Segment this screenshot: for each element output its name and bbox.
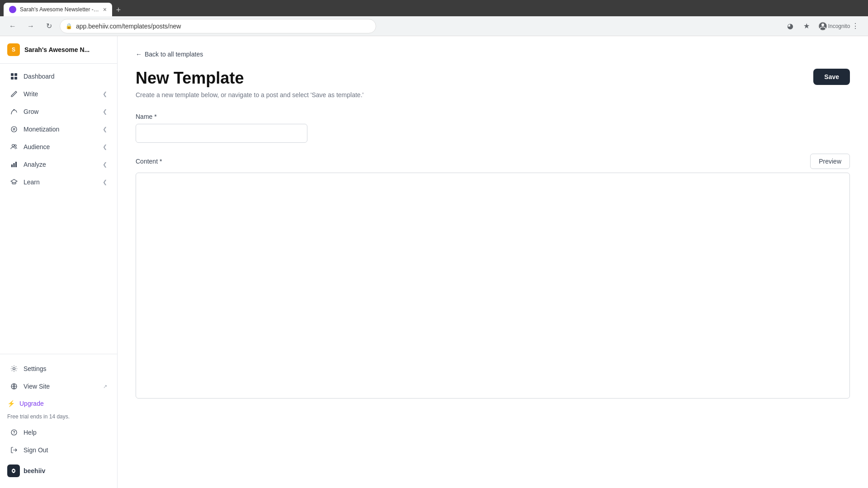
name-label: Name *: [136, 113, 850, 120]
url-text: app.beehiiv.com/templates/posts/new: [76, 23, 181, 30]
site-name: Sarah's Awesome N...: [24, 46, 90, 53]
main-content: ← Back to all templates New Template Cre…: [118, 36, 868, 488]
sidebar-item-label-monetization: Monetization: [24, 126, 97, 133]
page-subtitle: Create a new template below, or navigate…: [136, 91, 363, 99]
sidebar-item-label-grow: Grow: [24, 108, 97, 115]
write-icon: [10, 90, 18, 98]
external-link-icon: ↗: [103, 384, 107, 389]
analyze-icon: [10, 160, 18, 169]
svg-point-8: [12, 145, 14, 147]
svg-rect-2: [11, 73, 14, 76]
sidebar-item-label-signout: Sign Out: [24, 446, 107, 454]
sidebar-bottom: Settings View Site ↗ ⚡ Upgrade Free tria…: [0, 354, 117, 488]
address-bar[interactable]: 🔒 app.beehiiv.com/templates/posts/new: [60, 19, 376, 33]
svg-point-16: [14, 433, 14, 434]
sidebar: S Sarah's Awesome N... Dashboard Write ❮: [0, 36, 118, 488]
audience-icon: [10, 143, 18, 151]
upgrade-label: ⚡ Upgrade: [7, 400, 110, 407]
name-section: Name *: [136, 113, 850, 143]
app-container: S Sarah's Awesome N... Dashboard Write ❮: [0, 36, 868, 488]
menu-button[interactable]: ⋮: [848, 19, 863, 33]
tab-close-button[interactable]: ×: [103, 6, 107, 13]
svg-point-1: [821, 23, 824, 26]
back-link[interactable]: ← Back to all templates: [136, 51, 850, 58]
learn-icon: [10, 178, 18, 186]
lock-icon: 🔒: [66, 23, 72, 29]
svg-rect-5: [14, 77, 17, 80]
name-required-star: *: [154, 113, 156, 120]
forward-nav-button[interactable]: →: [24, 19, 38, 33]
signout-icon: [10, 446, 18, 454]
sidebar-header: S Sarah's Awesome N...: [0, 36, 117, 64]
svg-rect-4: [11, 77, 14, 80]
svg-point-6: [14, 109, 15, 111]
help-icon: [10, 428, 18, 436]
settings-icon: [10, 365, 18, 373]
sidebar-item-label-dashboard: Dashboard: [24, 73, 107, 80]
monetization-chevron-icon: ❮: [103, 126, 107, 132]
sidebar-item-help[interactable]: Help: [3, 424, 114, 441]
svg-point-13: [13, 368, 15, 370]
tab-title: Sarah's Awesome Newsletter - b...: [20, 6, 99, 13]
browser-tab[interactable]: Sarah's Awesome Newsletter - b... ×: [4, 3, 112, 16]
sidebar-item-write[interactable]: Write ❮: [3, 85, 114, 103]
content-required-star: *: [160, 158, 162, 165]
page-header-left: New Template Create a new template below…: [136, 69, 363, 99]
dashboard-icon: [10, 72, 18, 80]
save-button[interactable]: Save: [813, 69, 850, 85]
sidebar-item-monetization[interactable]: Monetization ❮: [3, 121, 114, 138]
beehiiv-label: beehiiv: [24, 467, 45, 474]
content-editor[interactable]: [136, 173, 850, 399]
learn-chevron-icon: ❮: [103, 179, 107, 185]
page-title: New Template: [136, 69, 363, 88]
content-label: Content *: [136, 158, 162, 165]
sidebar-item-label-audience: Audience: [24, 143, 97, 150]
svg-point-9: [14, 145, 16, 146]
name-input[interactable]: [136, 124, 307, 143]
new-tab-button[interactable]: +: [112, 4, 125, 16]
sidebar-item-label-write: Write: [24, 90, 97, 98]
preview-button[interactable]: Preview: [810, 154, 850, 169]
browser-tab-bar: Sarah's Awesome Newsletter - b... × +: [0, 0, 868, 16]
sidebar-item-grow[interactable]: Grow ❮: [3, 103, 114, 120]
tab-favicon: [9, 6, 16, 13]
sidebar-nav: Dashboard Write ❮ Grow ❮: [0, 64, 117, 354]
svg-rect-11: [14, 163, 15, 167]
incognito-label: Incognito: [832, 19, 846, 33]
beehiiv-logo: beehiiv: [0, 459, 117, 483]
write-chevron-icon: ❮: [103, 91, 107, 97]
sidebar-item-view-site[interactable]: View Site ↗: [3, 378, 114, 395]
lightning-icon: ⚡: [7, 400, 15, 407]
sidebar-item-upgrade[interactable]: ⚡ Upgrade: [0, 395, 117, 412]
svg-point-7: [11, 127, 17, 132]
sidebar-item-analyze[interactable]: Analyze ❮: [3, 156, 114, 173]
svg-rect-3: [14, 73, 17, 76]
content-section: Content * Preview: [136, 154, 850, 399]
page-header: New Template Create a new template below…: [136, 69, 850, 99]
sidebar-item-label-help: Help: [24, 429, 107, 436]
back-link-text: Back to all templates: [145, 51, 203, 58]
beehiiv-icon: [7, 465, 20, 477]
back-arrow-icon: ←: [136, 51, 142, 58]
grow-chevron-icon: ❮: [103, 108, 107, 115]
svg-point-17: [13, 470, 14, 472]
trial-notice: Free trial ends in 14 days.: [0, 412, 117, 423]
svg-rect-10: [11, 164, 13, 167]
sidebar-item-audience[interactable]: Audience ❮: [3, 138, 114, 155]
back-nav-button[interactable]: ←: [5, 19, 20, 33]
refresh-button[interactable]: ↻: [42, 19, 56, 33]
bookmark-button[interactable]: ★: [799, 19, 814, 33]
sidebar-item-learn[interactable]: Learn ❮: [3, 174, 114, 191]
sidebar-item-label-learn: Learn: [24, 178, 97, 186]
analyze-chevron-icon: ❮: [103, 161, 107, 168]
grow-icon: [10, 108, 18, 116]
sidebar-item-signout[interactable]: Sign Out: [3, 441, 114, 459]
content-header: Content * Preview: [136, 154, 850, 169]
cast-button[interactable]: ◕: [783, 19, 797, 33]
sidebar-item-settings[interactable]: Settings: [3, 360, 114, 377]
sidebar-item-label-analyze: Analyze: [24, 161, 97, 168]
sidebar-item-dashboard[interactable]: Dashboard: [3, 68, 114, 85]
svg-rect-12: [15, 162, 17, 167]
browser-controls: ← → ↻ 🔒 app.beehiiv.com/templates/posts/…: [0, 16, 868, 36]
sidebar-item-label-view-site: View Site: [24, 383, 98, 390]
